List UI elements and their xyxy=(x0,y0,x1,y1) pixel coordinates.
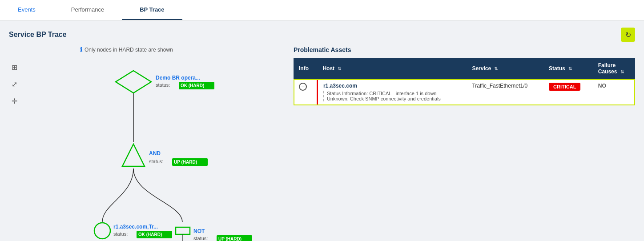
svg-text:UP (HARD): UP (HARD) xyxy=(218,237,242,241)
hard-state-notice: Only nodes in HARD state are shown xyxy=(85,47,173,53)
cell-service: Traffic_FastEthernet1/0 xyxy=(467,79,543,105)
svg-text:Demo BR opera...: Demo BR opera... xyxy=(156,75,200,81)
svg-text:OK (HARD): OK (HARD) xyxy=(138,232,162,237)
svg-marker-1 xyxy=(116,71,151,93)
svg-point-11 xyxy=(94,223,110,239)
svg-text:UP (HARD): UP (HARD) xyxy=(174,160,197,165)
sort-status-icon: ⇅ xyxy=(568,66,572,71)
svg-marker-6 xyxy=(122,144,145,166)
problematic-assets-title: Problematic Assets xyxy=(294,46,635,53)
refresh-button[interactable]: ↻ xyxy=(621,28,635,42)
minus-circle-icon: − xyxy=(299,83,307,91)
svg-text:status:: status: xyxy=(149,159,163,164)
sort-failure-icon: ⇅ xyxy=(620,69,624,74)
cell-status: CRITICAL xyxy=(543,79,593,105)
svg-text:NOT: NOT xyxy=(193,228,205,234)
svg-text:AND: AND xyxy=(149,150,161,157)
svg-text:r1.a3sec.com,Tr...: r1.a3sec.com,Tr... xyxy=(113,224,158,230)
svg-text:status:: status: xyxy=(193,236,208,241)
cell-info: − xyxy=(294,79,317,105)
svg-text:status:: status: xyxy=(113,231,128,237)
page-title: Service BP Trace xyxy=(9,31,67,39)
expand-icon[interactable]: ⤢ xyxy=(9,79,20,89)
sort-host-icon: ⇅ xyxy=(338,66,341,71)
failure-causes-value: NO xyxy=(598,83,606,89)
nav-tab-bp-trace[interactable]: BP Trace xyxy=(122,0,182,20)
diagram-container: ⊞ ⤢ ✛ Demo BR opera... xyxy=(9,57,276,235)
col-info: Info xyxy=(294,58,317,79)
table-row: −r1.a3sec.comStatus Information: CRITICA… xyxy=(294,79,635,105)
cell-host: r1.a3sec.comStatus Information: CRITICAL… xyxy=(317,79,467,105)
grid-icon[interactable]: ⊞ xyxy=(9,62,20,72)
status-badge: CRITICAL xyxy=(549,83,580,91)
col-host[interactable]: Host ⇅ xyxy=(317,58,467,79)
diagram-toolbar: ⊞ ⤢ ✛ xyxy=(9,62,20,106)
svg-rect-16 xyxy=(176,227,190,234)
col-status[interactable]: Status ⇅ xyxy=(543,58,593,79)
svg-text:status:: status: xyxy=(156,82,170,88)
move-icon[interactable]: ✛ xyxy=(9,96,20,106)
nav-tab-events[interactable]: Events xyxy=(0,0,53,20)
diagram-svg: Demo BR opera... status: OK (HARD) AND s… xyxy=(36,57,276,241)
status-info: Status Information: CRITICAL - interface… xyxy=(323,91,462,101)
table-header-row: Info Host ⇅ Service ⇅ Status ⇅ FailureCa… xyxy=(294,58,635,79)
assets-table: Info Host ⇅ Service ⇅ Status ⇅ FailureCa… xyxy=(294,58,635,105)
problematic-assets-panel: Problematic Assets Info Host ⇅ Service ⇅… xyxy=(294,46,635,235)
cell-failure-causes: NO xyxy=(593,79,635,105)
nav-tab-performance[interactable]: Performance xyxy=(53,0,122,20)
top-nav: EventsPerformanceBP Trace xyxy=(0,0,644,20)
col-failure-causes[interactable]: FailureCauses ⇅ xyxy=(593,58,635,79)
svg-text:OK (HARD): OK (HARD) xyxy=(181,83,204,88)
info-icon: ℹ xyxy=(80,46,82,53)
bp-trace-diagram: ℹ Only nodes in HARD state are shown ⊞ ⤢… xyxy=(9,46,285,235)
host-value: r1.a3sec.com xyxy=(323,83,462,89)
sort-service-icon: ⇅ xyxy=(494,66,498,71)
col-service[interactable]: Service ⇅ xyxy=(467,58,543,79)
